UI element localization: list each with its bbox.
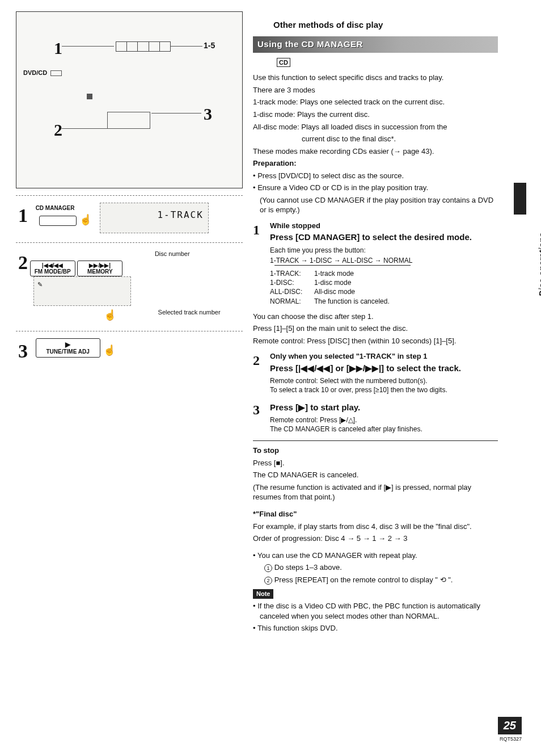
intro-line: Use this function to select specific dis… — [253, 73, 498, 83]
display-panel: 1-TRACK — [100, 203, 209, 233]
step-sub: To select a track 10 or over, press [≥10… — [270, 385, 498, 394]
cd-manager-label: CD MANAGER — [36, 205, 75, 211]
tray-icon — [107, 112, 150, 129]
instruction-step-1: 1 While stopped Press [CD MANAGER] to se… — [253, 221, 498, 306]
step-circle-icon: 2 — [264, 577, 272, 585]
stop-line: (The resume function is activated and if… — [253, 482, 498, 502]
step-lead: While stopped — [270, 221, 498, 231]
after-step1-line: Press [1]–[5] on the main unit to select… — [253, 324, 498, 334]
side-tab: Disc operations — [536, 233, 541, 297]
mode-cycle: 1-TRACK → 1-DISC → ALL-DISC → NORMAL — [270, 256, 498, 265]
mode-desc-1track: 1-track mode: Plays one selected track o… — [253, 97, 498, 107]
step-number: 1 — [253, 221, 264, 306]
skip-back-sublabel: FM MODE/BP — [35, 268, 71, 275]
note-bullet: • If the disc is a Video CD with PBC, th… — [253, 601, 498, 621]
display-text: 1-TRACK — [157, 209, 203, 221]
skip-back-button-icon: |◀◀/◀◀ FM MODE/BP — [30, 261, 75, 276]
side-tab-text: Disc operations — [537, 233, 541, 297]
stop-button-icon — [87, 94, 92, 99]
mode-desc-alldisc-a: All-disc mode: Plays all loaded discs in… — [253, 122, 498, 132]
repeat-step: Do steps 1–3 above. — [274, 563, 342, 572]
instruction-step-3: 3 Press [▶] to start play. Remote contro… — [253, 401, 498, 434]
slots-1-5-label: 1-5 — [204, 40, 215, 51]
skip-fwd-symbols: ▶▶/▶▶| — [89, 262, 111, 268]
disc-number-caption: Disc number — [30, 250, 223, 258]
repeat-step: Press [REPEAT] on the remote control to … — [274, 576, 453, 584]
press-finger-icon: ☝ — [103, 343, 116, 357]
step3-number: 3 — [18, 338, 28, 364]
step-lead: Only when you selected "1-TRACK" in step… — [270, 351, 498, 362]
final-disc-line: Order of progression: Disc 4 → 5 → 1 → 2… — [253, 534, 498, 544]
dvdcd-button-icon — [50, 70, 62, 76]
preparation-heading: Preparation: — [253, 158, 498, 169]
mode-key: 1-TRACK: — [270, 269, 314, 278]
step-sub: Remote control: Select with the numbered… — [270, 376, 498, 385]
final-disc-heading: *"Final disc" — [253, 509, 498, 519]
step-circle-icon: 1 — [264, 564, 272, 572]
play-button-icon: ▶ TUNE/TIME ADJ — [36, 338, 100, 358]
prep-bullet: • Press [DVD/CD] to select disc as the s… — [253, 171, 498, 181]
left-step-1: 1 CD MANAGER ☝ 1-TRACK — [16, 195, 243, 242]
disc-number-display: ✎ — [33, 276, 131, 306]
mode-val: All-disc mode — [314, 287, 355, 296]
repeat-bullet: • You can use the CD MANAGER with repeat… — [253, 551, 498, 561]
cd-badge: CD — [277, 58, 290, 68]
press-finger-icon: ☝ — [104, 308, 116, 322]
left-column: 1 2 3 DVD/CD 1-5 1 CD MANAGER ☝ — [16, 11, 243, 636]
callout-1: 1 — [54, 37, 62, 60]
note-badge: Note — [253, 589, 273, 599]
step-number: 2 — [253, 351, 264, 394]
doc-code: RQT5327 — [498, 736, 522, 742]
step-headline: Press [CD MANAGER] to select the desired… — [270, 232, 498, 243]
leader-line — [151, 113, 201, 114]
cd-manager-button-icon — [39, 216, 77, 226]
mode-key: NORMAL: — [270, 297, 314, 306]
right-column: Other methods of disc play Using the CD … — [253, 11, 525, 636]
to-stop-heading: To stop — [253, 446, 498, 456]
leader-line — [171, 46, 202, 47]
mode-desc-1disc: 1-disc mode: Plays the current disc. — [253, 110, 498, 120]
page-subtitle: Other methods of disc play — [273, 19, 498, 31]
leader-line — [62, 46, 114, 47]
skip-forward-button-icon: ▶▶/▶▶| MEMORY — [77, 261, 122, 276]
mode-val: 1-disc mode — [314, 278, 351, 287]
left-step-2: 2 Disc number |◀◀/◀◀ FM MODE/BP ▶▶/▶▶| M… — [16, 242, 243, 331]
page-number: 25 — [498, 717, 522, 734]
section-marker — [514, 183, 526, 215]
note-bullet: • This function skips DVD. — [253, 623, 498, 633]
intro-line: These modes make recording CDs easier (→… — [253, 146, 498, 157]
step-sub: Each time you press the button: — [270, 246, 498, 255]
step1-number: 1 — [18, 203, 28, 229]
stop-line: The CD MANAGER is canceled. — [253, 470, 498, 480]
instruction-step-2: 2 Only when you selected "1-TRACK" in st… — [253, 351, 498, 394]
step-headline: Press [|◀◀/◀◀] or [▶▶/▶▶|] to select the… — [270, 363, 498, 374]
final-disc-line: For example, if play starts from disc 4,… — [253, 522, 498, 532]
step2-number: 2 — [18, 250, 28, 276]
mode-val: The function is canceled. — [314, 297, 390, 306]
page-number-block: 25 RQT5327 — [498, 717, 522, 742]
intro-line: There are 3 modes — [253, 85, 498, 95]
step-headline: Press [▶] to start play. — [270, 402, 498, 413]
mode-val: 1-track mode — [314, 269, 354, 278]
section-banner: Using the CD MANAGER — [253, 36, 498, 52]
mode-desc-alldisc-b: current disc to the final disc*. — [253, 134, 498, 144]
stop-line: Press [■]. — [253, 458, 498, 468]
tune-time-label: TUNE/TIME ADJ — [46, 348, 89, 355]
dvdcd-label: DVD/CD — [23, 69, 47, 77]
mode-key: ALL-DISC: — [270, 287, 314, 296]
callout-3: 3 — [204, 103, 212, 126]
skip-fwd-sublabel: MEMORY — [87, 268, 113, 275]
device-diagram: 1 2 3 DVD/CD 1-5 — [16, 11, 243, 188]
divider — [253, 440, 498, 441]
skip-back-symbols: |◀◀/◀◀ — [42, 262, 64, 268]
step-sub: The CD MANAGER is canceled after play fi… — [270, 425, 498, 434]
after-step1-line: Remote control: Press [DISC] then (withi… — [253, 336, 498, 346]
press-finger-icon: ☝ — [79, 213, 92, 226]
selected-track-caption: Selected track number — [158, 308, 221, 317]
step-sub: Remote control: Press [▶/△]. — [270, 415, 498, 425]
play-symbol: ▶ — [65, 341, 70, 348]
after-step1-line: You can choose the disc after step 1. — [253, 312, 498, 322]
mode-key: 1-DISC: — [270, 278, 314, 287]
left-step-3: 3 ▶ TUNE/TIME ADJ ☝ — [16, 331, 243, 373]
mode-table: 1-TRACK:1-track mode 1-DISC:1-disc mode … — [270, 269, 498, 306]
